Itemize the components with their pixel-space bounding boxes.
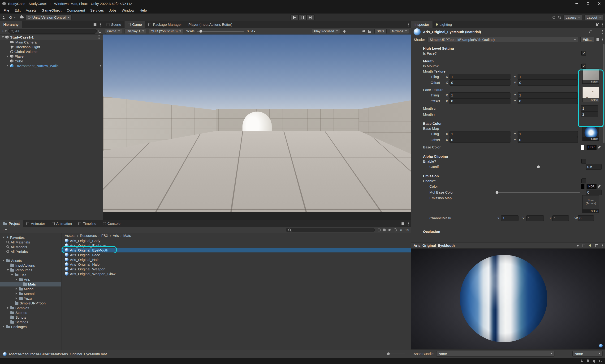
play-button[interactable] [290,14,298,20]
base-color-swatch[interactable] [581,145,584,150]
tree-scripts[interactable]: Scripts [0,315,61,320]
panel-menu-icon[interactable] [100,24,101,25]
context-menu-icon[interactable] [602,31,603,32]
vsync-grid-icon[interactable] [368,30,371,33]
menu-jobs[interactable]: Jobs [106,8,119,12]
expand-arrow-icon[interactable] [16,297,17,299]
open-prefab-icon[interactable] [100,65,101,67]
add-object-button[interactable]: + [2,29,7,34]
cutoff-slider[interactable] [497,165,580,169]
open-search-icon[interactable] [378,229,381,231]
notifications-icon[interactable] [593,360,595,362]
channel-x-field[interactable] [501,215,518,221]
collapse-arrow-icon[interactable] [2,260,5,261]
minimize-button[interactable] [571,0,582,7]
assetbundle-dropdown[interactable]: None [436,351,554,357]
tab-console[interactable]: Console [100,220,124,227]
inspector-scrollbar[interactable] [603,44,605,143]
scale-slider[interactable] [197,29,244,33]
panel-menu-icon[interactable] [602,24,603,25]
step-button[interactable] [307,14,315,20]
account-icon[interactable] [2,16,5,19]
expand-arrow-icon[interactable] [3,325,4,328]
tree-settings[interactable]: Settings [0,320,61,324]
mouth-offset-y-field[interactable] [517,80,578,86]
tab-lighting[interactable]: Lighting [433,21,455,28]
emission-color-swatch[interactable] [581,184,584,189]
mouth-c-field[interactable] [581,105,598,111]
file-aris-original-eyemouth-selected[interactable]: Aris_Original_EyeMouth [62,248,411,252]
layers-dropdown[interactable]: Layers [563,14,582,20]
mouth-texture-thumbnail[interactable]: Select [582,68,599,84]
breadcrumb-fbx[interactable]: FBX [101,234,108,237]
face-tiling-x-field[interactable] [450,92,511,98]
expand-arrow-icon[interactable] [7,55,8,57]
tree-scenes[interactable]: Scenes [0,310,61,315]
eyedropper-icon[interactable] [598,185,601,188]
scene-header-row[interactable]: StudyCase1-1 [0,35,103,40]
save-search-icon[interactable]: ★ [400,228,402,231]
undo-history-icon[interactable] [553,16,555,19]
hierarchy-item-cube[interactable]: Cube [0,59,103,63]
tree-assets-root[interactable]: Assets [0,258,61,263]
hierarchy-item-main-camera[interactable]: Main Camera [0,40,103,44]
mouth-tiling-y-field[interactable] [517,74,578,80]
version-control-dropdown[interactable]: Unity Version Control [26,14,72,20]
face-offset-y-field[interactable] [517,98,578,104]
file-aris-original-face[interactable]: Aris_Original_Face [62,252,411,257]
tree-aris[interactable]: Aris [0,277,61,282]
help-icon[interactable] [589,30,592,33]
file-aris-original-body[interactable]: Aris_Original_Body [62,238,411,243]
favorite-all-prefabs[interactable]: All Prefabs [0,249,61,254]
favorite-all-models[interactable]: All Models [0,244,61,249]
menu-help[interactable]: Help [137,8,149,12]
tree-momoi[interactable]: Momoi [0,291,61,296]
tree-mats-selected[interactable]: Mats [0,282,61,286]
face-texture-thumbnail[interactable]: Select [582,87,599,102]
collapse-arrow-icon[interactable] [2,237,5,238]
tree-inputactions[interactable]: InputActions [0,263,61,268]
play-focused-dropdown[interactable]: Play Focused [312,29,340,34]
collapse-arrow-icon[interactable] [7,269,9,271]
material-preview-area[interactable] [411,249,605,349]
face-tiling-y-field[interactable] [517,92,578,98]
tree-resources[interactable]: Resources [0,268,61,272]
tree-yuzu[interactable]: Yuzu [0,296,61,301]
tab-scene[interactable]: Scene [103,21,125,28]
project-search-field[interactable] [286,228,375,232]
file-aris-original-weapon[interactable]: Aris_Original_Weapon [62,267,411,271]
create-asset-button[interactable]: + [2,228,7,232]
slider-handle[interactable] [199,30,202,33]
project-search-input[interactable] [293,228,373,232]
shader-dropdown[interactable]: SimpleURPToonLitExample(With Outline) [427,37,578,42]
shader-menu-icon[interactable] [602,39,603,40]
list-options-icon[interactable] [401,222,404,225]
is-face-checkbox[interactable] [581,51,586,56]
thumbnail-size-slider[interactable] [386,354,405,354]
game-viewport[interactable] [103,35,411,212]
collapse-arrow-icon[interactable] [11,274,13,275]
filter-label-icon[interactable] [388,229,391,231]
tab-package-manager[interactable]: Package Manager [145,21,185,28]
resolution-dropdown[interactable]: QHD (2560x1440) [149,29,184,34]
select-button[interactable]: Select [582,209,599,213]
favorites-header[interactable]: ★ Favorites [0,235,61,240]
info-icon[interactable] [394,228,397,231]
tab-game[interactable]: Game [125,21,145,28]
base-offset-y-field[interactable] [517,137,578,143]
menu-window[interactable]: Window [119,8,137,12]
hierarchy-item-environment-narrow-walls[interactable]: Environment_Narrow_Walls [0,63,103,68]
menu-assets[interactable]: Assets [23,8,39,12]
presets-icon[interactable] [595,31,598,33]
file-aris-original-eyebrow[interactable]: Aris_Original_Eyebrow [62,243,411,248]
file-aris-original-halo[interactable]: Aris_Original_Halo [62,262,411,267]
panel-menu-icon[interactable] [408,24,409,25]
base-tiling-y-field[interactable] [517,131,578,137]
is-mouth-checkbox[interactable] [581,64,586,68]
hierarchy-search-field[interactable]: All [8,29,97,34]
scene-picking-icon[interactable] [99,30,101,33]
pause-button[interactable] [298,14,307,20]
preview-header[interactable]: Aris_Original_EyeMouth [411,242,605,249]
alpha-enable-checkbox[interactable] [581,159,586,164]
hierarchy-item-player[interactable]: Player [0,54,103,59]
